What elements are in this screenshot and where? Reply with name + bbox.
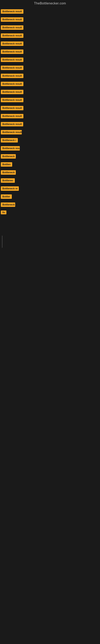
list-item [0, 232, 100, 251]
bottleneck-badge: Bottleneck [1, 154, 16, 158]
bottleneck-badge: Bottleneck result [1, 34, 23, 38]
bottleneck-badge: Bottler [1, 194, 12, 199]
list-item [0, 286, 100, 291]
list-item: Bottleneck re [0, 292, 100, 295]
bottleneck-badge: Bottleneck result [1, 9, 23, 14]
bottleneck-badge: Bottleneck [1, 170, 16, 175]
bottleneck-badge: Bo [1, 210, 6, 214]
bottleneck-badge: Bottleneck result [1, 17, 23, 22]
list-item: Bottleneck result [0, 120, 100, 128]
bottleneck-badge: Bottlen [1, 162, 12, 167]
list-item: Bottleneck result [0, 112, 100, 120]
list-item: Bottleneck result [0, 64, 100, 72]
bottleneck-badge: Bottleneck result [1, 114, 23, 118]
list-item: Bottleneck [0, 201, 100, 208]
list-item [0, 320, 100, 325]
list-item [0, 307, 100, 313]
vertical-divider [2, 236, 2, 248]
list-item [0, 268, 100, 273]
list-item: Bottleneck result [0, 72, 100, 80]
list-item: Bottleneck resu [0, 144, 100, 152]
bottleneck-badge: Bottleneck result [1, 98, 23, 102]
bottleneck-badge: Bottleneck result [1, 50, 23, 54]
list-item: Bottlenec [0, 177, 100, 184]
bottleneck-badge: Bottleneck [1, 202, 15, 207]
bottleneck-badge: Bottleneck result [1, 130, 22, 134]
list-item [0, 295, 100, 301]
bottleneck-badge: Bottleneck result [1, 74, 23, 78]
site-title-container: TheBottlenecker.com [0, 0, 100, 7]
list-item: Bottleneck result [0, 16, 100, 23]
bottleneck-badge: Bottleneck result [1, 25, 23, 30]
list-item: Bottleneck result [0, 128, 100, 136]
list-item: Bottleneck result [0, 96, 100, 104]
bottleneck-badge: Bottleneck result [1, 66, 23, 70]
list-item [0, 274, 100, 279]
list-item: Bottlen [0, 160, 100, 168]
site-title: TheBottlenecker.com [0, 0, 100, 7]
bottleneck-badge: Bottleneck result [1, 122, 23, 126]
list-item: Bottleneck result [0, 48, 100, 56]
list-item [0, 226, 100, 232]
list-item [0, 252, 100, 258]
bottleneck-badge: Bottleneck result [1, 106, 23, 110]
list-item: Bottleneck result [0, 32, 100, 40]
list-item: Bottleneck r [0, 136, 100, 144]
bottleneck-badge: Bottleneck r [1, 138, 18, 142]
list-item [0, 220, 100, 226]
list-item [0, 301, 100, 307]
list-item: Bottleneck result [0, 24, 100, 32]
list-item: Bottleneck result [0, 8, 100, 15]
list-item: Bottleneck result [0, 80, 100, 88]
list-item [0, 313, 100, 319]
list-item: Bottleneck result [0, 40, 100, 48]
list-item [0, 280, 100, 285]
list-item: Bottleneck result [0, 104, 100, 112]
bottleneck-badge: Bottleneck re [1, 186, 19, 191]
list-item: Bottleneck [0, 169, 100, 176]
list-item: Bottleneck result [0, 88, 100, 96]
list-item: Bottler [0, 193, 100, 200]
bottleneck-list: Bottleneck resultBottleneck resultBottle… [0, 7, 100, 326]
list-item [0, 258, 100, 264]
list-item: Bottleneck re [0, 185, 100, 192]
bottleneck-badge: Bottleneck result [1, 82, 23, 86]
bottleneck-badge: Bottleneck resu [1, 146, 20, 150]
bottleneck-badge: Bottleneck result [1, 58, 23, 62]
list-item: Bottleneck [0, 152, 100, 160]
bottleneck-badge: Bottleneck result [1, 42, 23, 46]
list-item: B [0, 216, 100, 220]
bottleneck-badge: Bottleneck result [1, 90, 23, 94]
list-item: Bo [0, 264, 100, 267]
list-item: Bo [0, 209, 100, 216]
list-item: Bottleneck result [0, 56, 100, 64]
bottleneck-badge: Bottlenec [1, 178, 15, 183]
